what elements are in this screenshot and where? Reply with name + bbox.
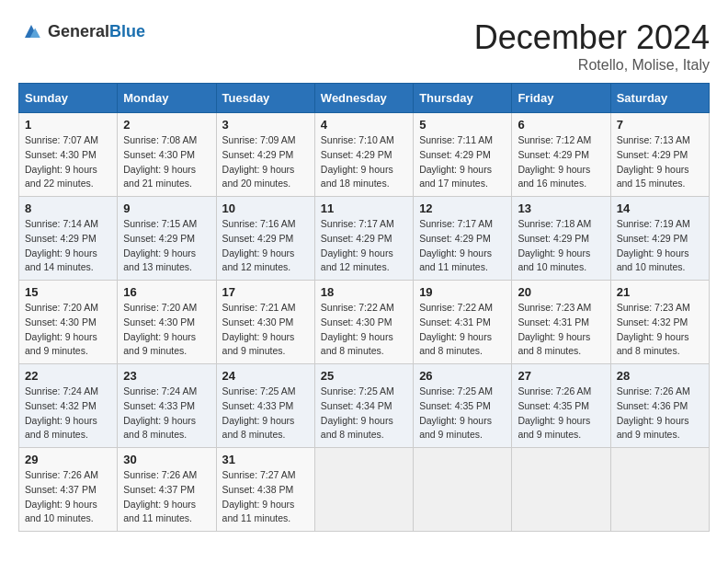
calendar-day-cell: 29Sunrise: 7:26 AMSunset: 4:37 PMDayligh… — [19, 448, 118, 532]
calendar-week-row: 29Sunrise: 7:26 AMSunset: 4:37 PMDayligh… — [19, 448, 710, 532]
day-number: 12 — [419, 201, 506, 215]
calendar-day-cell: 26Sunrise: 7:25 AMSunset: 4:35 PMDayligh… — [414, 364, 512, 448]
day-number: 15 — [25, 285, 111, 299]
day-of-week-header: Tuesday — [216, 84, 314, 113]
days-of-week-row: SundayMondayTuesdayWednesdayThursdayFrid… — [19, 84, 710, 113]
calendar-day-cell: 21Sunrise: 7:23 AMSunset: 4:32 PMDayligh… — [610, 281, 709, 364]
calendar-day-cell: 30Sunrise: 7:26 AMSunset: 4:37 PMDayligh… — [118, 448, 216, 532]
day-number: 16 — [123, 285, 210, 299]
day-number: 7 — [617, 118, 703, 132]
day-info: Sunrise: 7:14 AMSunset: 4:29 PMDaylight:… — [25, 217, 111, 275]
day-number: 14 — [617, 201, 703, 215]
calendar-day-cell: 20Sunrise: 7:23 AMSunset: 4:31 PMDayligh… — [512, 281, 610, 364]
calendar-day-cell — [512, 448, 610, 532]
day-of-week-header: Friday — [512, 84, 610, 113]
day-info: Sunrise: 7:12 AMSunset: 4:29 PMDaylight:… — [518, 133, 604, 191]
day-info: Sunrise: 7:08 AMSunset: 4:30 PMDaylight:… — [123, 133, 210, 191]
day-number: 5 — [419, 118, 506, 132]
calendar-day-cell: 17Sunrise: 7:21 AMSunset: 4:30 PMDayligh… — [216, 281, 314, 364]
day-number: 23 — [123, 369, 210, 383]
day-info: Sunrise: 7:17 AMSunset: 4:29 PMDaylight:… — [419, 217, 506, 275]
calendar-week-row: 15Sunrise: 7:20 AMSunset: 4:30 PMDayligh… — [19, 281, 710, 364]
calendar-day-cell: 22Sunrise: 7:24 AMSunset: 4:32 PMDayligh… — [19, 364, 118, 448]
day-info: Sunrise: 7:26 AMSunset: 4:36 PMDaylight:… — [617, 385, 703, 442]
calendar-day-cell: 28Sunrise: 7:26 AMSunset: 4:36 PMDayligh… — [610, 364, 709, 448]
day-info: Sunrise: 7:25 AMSunset: 4:35 PMDaylight:… — [419, 385, 506, 442]
day-info: Sunrise: 7:15 AMSunset: 4:29 PMDaylight:… — [123, 217, 210, 275]
calendar-day-cell: 19Sunrise: 7:22 AMSunset: 4:31 PMDayligh… — [414, 281, 512, 364]
day-info: Sunrise: 7:20 AMSunset: 4:30 PMDaylight:… — [123, 301, 210, 359]
day-number: 24 — [222, 369, 309, 383]
location-subtitle: Rotello, Molise, Italy — [474, 57, 710, 74]
calendar-body: 1Sunrise: 7:07 AMSunset: 4:30 PMDaylight… — [19, 113, 710, 532]
logo-text-general: General — [48, 22, 109, 40]
day-number: 30 — [123, 453, 210, 466]
calendar-day-cell: 5Sunrise: 7:11 AMSunset: 4:29 PMDaylight… — [414, 113, 512, 197]
day-number: 25 — [321, 369, 407, 383]
calendar-day-cell: 13Sunrise: 7:18 AMSunset: 4:29 PMDayligh… — [512, 197, 610, 281]
calendar-day-cell: 18Sunrise: 7:22 AMSunset: 4:30 PMDayligh… — [314, 281, 413, 364]
day-number: 22 — [25, 369, 111, 383]
calendar-day-cell: 12Sunrise: 7:17 AMSunset: 4:29 PMDayligh… — [414, 197, 512, 281]
calendar-day-cell: 2Sunrise: 7:08 AMSunset: 4:30 PMDaylight… — [118, 113, 216, 197]
day-info: Sunrise: 7:26 AMSunset: 4:37 PMDaylight:… — [123, 468, 210, 526]
day-info: Sunrise: 7:20 AMSunset: 4:30 PMDaylight:… — [25, 301, 111, 359]
day-info: Sunrise: 7:18 AMSunset: 4:29 PMDaylight:… — [518, 217, 604, 275]
day-info: Sunrise: 7:26 AMSunset: 4:37 PMDaylight:… — [25, 468, 111, 526]
day-info: Sunrise: 7:24 AMSunset: 4:33 PMDaylight:… — [123, 385, 210, 442]
day-number: 31 — [222, 453, 309, 466]
day-number: 17 — [222, 285, 309, 299]
calendar-header: SundayMondayTuesdayWednesdayThursdayFrid… — [19, 84, 710, 113]
day-info: Sunrise: 7:25 AMSunset: 4:34 PMDaylight:… — [321, 385, 407, 442]
day-of-week-header: Thursday — [414, 84, 512, 113]
day-number: 19 — [419, 285, 506, 299]
calendar-day-cell: 7Sunrise: 7:13 AMSunset: 4:29 PMDaylight… — [610, 113, 709, 197]
day-number: 8 — [25, 201, 111, 215]
day-number: 29 — [25, 453, 111, 466]
day-info: Sunrise: 7:11 AMSunset: 4:29 PMDaylight:… — [419, 133, 506, 191]
calendar-day-cell: 10Sunrise: 7:16 AMSunset: 4:29 PMDayligh… — [216, 197, 314, 281]
day-number: 21 — [617, 285, 703, 299]
day-number: 18 — [321, 285, 407, 299]
day-number: 20 — [518, 285, 604, 299]
day-info: Sunrise: 7:23 AMSunset: 4:32 PMDaylight:… — [617, 301, 703, 359]
day-of-week-header: Wednesday — [314, 84, 413, 113]
calendar-day-cell — [610, 448, 709, 532]
logo: GeneralBlue — [18, 18, 145, 44]
month-title: December 2024 — [474, 18, 710, 57]
title-section: December 2024 Rotello, Molise, Italy — [474, 18, 710, 74]
day-number: 1 — [25, 118, 111, 132]
day-info: Sunrise: 7:09 AMSunset: 4:29 PMDaylight:… — [222, 133, 309, 191]
calendar-day-cell: 8Sunrise: 7:14 AMSunset: 4:29 PMDaylight… — [19, 197, 118, 281]
day-info: Sunrise: 7:25 AMSunset: 4:33 PMDaylight:… — [222, 385, 309, 442]
day-info: Sunrise: 7:13 AMSunset: 4:29 PMDaylight:… — [617, 133, 703, 191]
day-info: Sunrise: 7:22 AMSunset: 4:31 PMDaylight:… — [419, 301, 506, 359]
day-of-week-header: Sunday — [19, 84, 118, 113]
day-number: 27 — [518, 369, 604, 383]
day-number: 4 — [321, 118, 407, 132]
day-info: Sunrise: 7:24 AMSunset: 4:32 PMDaylight:… — [25, 385, 111, 442]
calendar-day-cell: 31Sunrise: 7:27 AMSunset: 4:38 PMDayligh… — [216, 448, 314, 532]
logo-icon — [18, 18, 44, 44]
day-info: Sunrise: 7:16 AMSunset: 4:29 PMDaylight:… — [222, 217, 309, 275]
calendar-day-cell: 11Sunrise: 7:17 AMSunset: 4:29 PMDayligh… — [314, 197, 413, 281]
day-of-week-header: Saturday — [610, 84, 709, 113]
calendar-day-cell: 15Sunrise: 7:20 AMSunset: 4:30 PMDayligh… — [19, 281, 118, 364]
calendar-day-cell: 6Sunrise: 7:12 AMSunset: 4:29 PMDaylight… — [512, 113, 610, 197]
day-info: Sunrise: 7:27 AMSunset: 4:38 PMDaylight:… — [222, 468, 309, 526]
calendar-week-row: 1Sunrise: 7:07 AMSunset: 4:30 PMDaylight… — [19, 113, 710, 197]
calendar-day-cell — [414, 448, 512, 532]
day-number: 26 — [419, 369, 506, 383]
day-info: Sunrise: 7:23 AMSunset: 4:31 PMDaylight:… — [518, 301, 604, 359]
day-number: 28 — [617, 369, 703, 383]
page-header: GeneralBlue December 2024 Rotello, Molis… — [18, 18, 710, 74]
calendar-day-cell: 27Sunrise: 7:26 AMSunset: 4:35 PMDayligh… — [512, 364, 610, 448]
day-number: 2 — [123, 118, 210, 132]
day-info: Sunrise: 7:19 AMSunset: 4:29 PMDaylight:… — [617, 217, 703, 275]
calendar-week-row: 22Sunrise: 7:24 AMSunset: 4:32 PMDayligh… — [19, 364, 710, 448]
day-of-week-header: Monday — [118, 84, 216, 113]
calendar-day-cell: 16Sunrise: 7:20 AMSunset: 4:30 PMDayligh… — [118, 281, 216, 364]
day-info: Sunrise: 7:17 AMSunset: 4:29 PMDaylight:… — [321, 217, 407, 275]
calendar-day-cell: 4Sunrise: 7:10 AMSunset: 4:29 PMDaylight… — [314, 113, 413, 197]
day-number: 11 — [321, 201, 407, 215]
